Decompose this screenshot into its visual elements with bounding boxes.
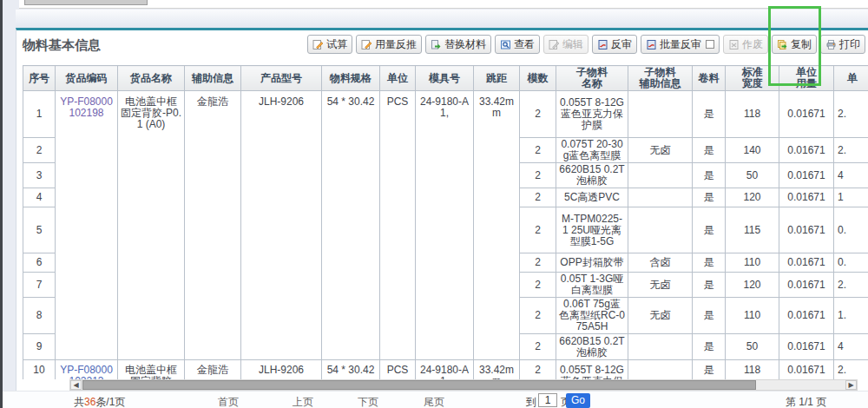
sub-name-cell: 6620B15 0.2T泡棉胶: [556, 163, 628, 188]
std-width-cell: 120: [726, 273, 779, 298]
replace-material-button[interactable]: 替换材料: [425, 35, 491, 54]
reverse-audit-button[interactable]: 反审: [592, 35, 637, 54]
clipped-cell: 0.: [834, 207, 868, 253]
sub-aux-cell: 无卤: [628, 138, 693, 163]
roll-cell: 是: [693, 253, 726, 273]
aux-info-cell: 金龍浩: [185, 360, 241, 380]
cavities-cell: 2: [520, 91, 556, 138]
clipped-cell: 2.: [834, 138, 868, 163]
go-button[interactable]: Go: [566, 393, 590, 408]
unit-usage-cell: 0.01671: [779, 138, 834, 163]
table-row: 10 YP-F08000102213 电池盖中框固定背胶 金龍浩 JLH-920…: [23, 360, 868, 380]
horizontal-scrollbar[interactable]: ◀ ▶: [69, 379, 858, 391]
sub-aux-cell: 无卤: [628, 298, 693, 334]
std-width-cell: 118: [726, 360, 779, 380]
print-button[interactable]: 打印: [820, 35, 865, 54]
page-info: 第 1/1 页: [786, 395, 826, 408]
col-roll: 卷料: [693, 66, 726, 91]
unit-usage-cell: 0.01671: [779, 360, 834, 380]
scrollbar-remnant: [24, 0, 148, 5]
cavities-cell: 2: [520, 163, 556, 188]
page-title: 物料基本信息: [23, 37, 101, 54]
record-count: 共36条/1页: [74, 395, 125, 408]
unit-usage-cell: 0.01671: [779, 207, 834, 253]
cavities-cell: 2: [520, 334, 556, 360]
col-mold-no: 模具号: [416, 66, 474, 91]
clipped-cell: 4: [834, 163, 868, 188]
sub-aux-cell: [628, 334, 693, 360]
unit-usage-cell: 0.01671: [779, 91, 834, 138]
batch-reverse-audit-button[interactable]: 批量反审: [641, 35, 720, 54]
sub-name-cell: OPP封箱胶带: [556, 253, 628, 273]
sub-name-cell: M-TPM0225-1 25U哑光离型膜1-5G: [556, 207, 628, 253]
roll-cell: 是: [693, 188, 726, 207]
std-width-cell: 118: [726, 91, 779, 138]
next-page-link[interactable]: 下页: [358, 395, 378, 408]
clipped-cell: 2.: [834, 360, 868, 380]
view-button[interactable]: 查看: [495, 35, 540, 54]
audit-stamp-icon: [597, 39, 608, 50]
col-unit-usage: 单位 用量: [779, 66, 834, 91]
pitch-cell: 33.42mm: [474, 360, 520, 380]
roll-cell: 是: [693, 91, 726, 138]
audit-stamp-icon: [646, 39, 657, 50]
scroll-right-arrow[interactable]: ▶: [845, 380, 857, 390]
trial-calc-button[interactable]: 试算: [307, 35, 352, 54]
col-unit: 单位: [380, 66, 416, 91]
sub-name-cell: 0.05T 1-3G哑白离型膜: [556, 273, 628, 298]
item-code-link[interactable]: YP-F08000102198: [56, 91, 118, 360]
col-item-name: 货品名称: [118, 66, 185, 91]
seq-cell: 4: [23, 188, 56, 207]
model-cell: JLH-9206: [241, 91, 322, 360]
clipped-cell: 2.: [834, 91, 868, 138]
col-clipped: 单: [834, 66, 868, 91]
col-sub-material-name: 子物料 名称: [556, 66, 628, 91]
seq-cell: 8: [23, 298, 56, 334]
first-page-link[interactable]: 首页: [218, 395, 239, 408]
roll-cell: 是: [693, 207, 726, 253]
spec-cell: 54 * 30.42: [322, 360, 380, 380]
aux-info-cell: 金龍浩: [185, 91, 241, 360]
seq-cell: 2: [23, 138, 56, 163]
sub-aux-cell: [628, 360, 693, 380]
sub-name-cell: 0.055T 8-12G蓝色亚克力保护膜: [556, 91, 628, 138]
replace-doc-icon: [431, 39, 442, 50]
pitch-cell: 33.42mm: [474, 91, 520, 360]
col-material-spec: 物料规格: [322, 66, 380, 91]
sub-name-cell: 0.075T 20-30g蓝色离型膜: [556, 138, 628, 163]
col-item-code: 货品编码: [56, 66, 118, 91]
last-page-link[interactable]: 尾页: [424, 395, 444, 408]
copy-button[interactable]: 复制: [772, 35, 817, 54]
pencil-doc-icon: [361, 39, 372, 50]
toolbar: 试算 用量反推 替换材料 查看 编辑 反审 批量反审 作废 复制 打印: [307, 35, 865, 54]
spec-cell: 54 * 30.42: [322, 91, 380, 360]
std-width-cell: 110: [726, 298, 779, 334]
magnifier-doc-icon: [500, 39, 511, 50]
seq-cell: 7: [23, 273, 56, 298]
seq-cell: 3: [23, 163, 56, 188]
usage-back-calc-button[interactable]: 用量反推: [356, 35, 422, 54]
roll-cell: 是: [693, 298, 726, 334]
model-cell: JLH-9206: [241, 360, 322, 380]
col-sub-material-aux: 子物料 辅助信息: [628, 66, 693, 91]
page-number-input[interactable]: [538, 393, 557, 407]
window-left-edge: [0, 0, 3, 408]
edit-button: 编辑: [543, 35, 589, 54]
unit-cell: PCS: [380, 91, 416, 360]
seq-cell: 6: [23, 253, 56, 273]
prev-page-link[interactable]: 上页: [293, 395, 313, 408]
item-name-cell: 电池盖中框固定背胶-P0.1 (A0): [118, 91, 185, 360]
scroll-left-arrow[interactable]: ◀: [70, 380, 82, 390]
table-row: 1 YP-F08000102198 电池盖中框固定背胶-P0.1 (A0) 金龍…: [23, 91, 868, 138]
clipped-cell: 1.: [834, 298, 868, 334]
roll-cell: 是: [693, 334, 726, 360]
scrollbar-thumb[interactable]: [82, 380, 756, 390]
item-code-link[interactable]: YP-F08000102213: [56, 360, 118, 380]
sub-name-cell: 6620B15 0.2T泡棉胶: [556, 334, 628, 360]
clipped-cell: 2.: [834, 273, 868, 298]
panel-gap-band: [16, 10, 868, 28]
col-product-model: 产品型号: [241, 66, 322, 91]
unit-usage-cell: 0.01671: [779, 273, 834, 298]
cavities-cell: 2: [520, 360, 556, 380]
batch-reverse-audit-checkbox[interactable]: [706, 40, 714, 49]
